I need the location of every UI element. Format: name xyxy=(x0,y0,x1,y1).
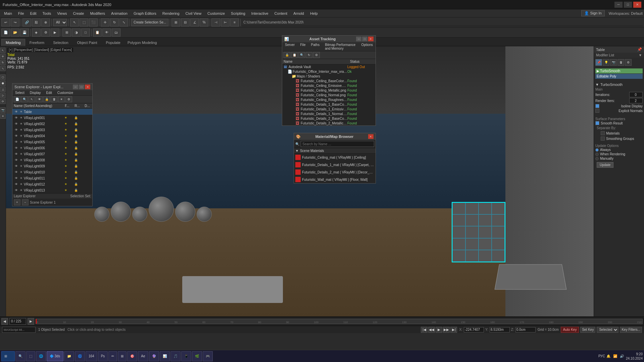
at-row-png-3[interactable]: 🖼 Futuristic_Ceiling_Metallic.png Found xyxy=(282,88,376,93)
menu-arnold[interactable]: Arnold xyxy=(291,11,307,16)
editable-poly-modifier[interactable]: Editable Poly xyxy=(595,74,643,79)
open-button[interactable]: 📂 xyxy=(11,29,19,37)
tab-freeform[interactable]: Freeform xyxy=(25,39,49,46)
se-row-vraylight009[interactable]: 👁 ☀ VRayLight009 ☀ 🔒 xyxy=(12,163,92,169)
at-row-png-6[interactable]: 🖼 Futuristic_Details_1_BaseColor.png Fou… xyxy=(282,102,376,107)
display-floater-button[interactable]: 👁 xyxy=(102,29,111,37)
tab-selection[interactable]: Selection xyxy=(49,39,72,46)
align-button[interactable]: ⊢ xyxy=(221,18,230,27)
taskbar-chrome[interactable]: 🌀 xyxy=(75,351,85,361)
scene-explorer-button[interactable]: 🗂 xyxy=(112,29,120,37)
material-editor-button[interactable]: ◈ xyxy=(32,29,41,37)
sys-notify[interactable]: 🔔 xyxy=(606,354,611,359)
rotate-button[interactable]: ↻ xyxy=(110,18,119,27)
save-button[interactable]: 💾 xyxy=(20,29,29,37)
se-vis-sun-3[interactable]: ☀ xyxy=(19,127,23,132)
taskbar-app9[interactable]: 🌿 xyxy=(192,351,202,361)
manually-radio-button[interactable] xyxy=(595,157,599,160)
wireframe-button[interactable]: □ xyxy=(81,29,90,37)
render-setup-button[interactable]: ⚙ xyxy=(41,29,50,37)
move-button[interactable]: ✛ xyxy=(101,18,109,27)
se-tb-new[interactable]: 📄 xyxy=(14,96,20,102)
se-vis-sun-1[interactable]: ☀ xyxy=(19,115,23,120)
at-row-maps-folder[interactable]: 📁 Maps / Shaders xyxy=(282,74,376,79)
autokey-button[interactable]: Auto Key xyxy=(561,327,579,333)
when-rendering-radio-button[interactable] xyxy=(595,153,599,156)
taskbar-3dsmax[interactable]: 🔷 3ds xyxy=(47,351,63,361)
se-close[interactable]: ✕ xyxy=(85,85,90,89)
sys-sound[interactable]: 🔊 xyxy=(619,354,625,359)
se-row-vraylight001[interactable]: 👁 ☀ VRayLight001 ☀ 🔒 xyxy=(12,115,92,121)
key-filters-button[interactable]: Key Filters... xyxy=(620,327,642,333)
se-tb-sun[interactable]: ☀ xyxy=(58,96,65,102)
timeline-track[interactable]: 0 10 20 30 40 50 60 70 80 90 100 110 120… xyxy=(36,319,643,324)
at-row-png-8[interactable]: 🖼 Futuristic_Details_1_Normal.png Found xyxy=(282,111,376,116)
mod-icon-light[interactable]: 💡 xyxy=(603,59,609,66)
pb-next[interactable]: ▶▶ xyxy=(443,327,450,333)
pb-prev[interactable]: ◀◀ xyxy=(428,327,435,333)
taskbar-app4[interactable]: 🎯 xyxy=(127,351,137,361)
link-button[interactable]: 🔗 xyxy=(22,18,31,27)
taskbar-app8[interactable]: 📱 xyxy=(181,351,191,361)
se-tb-settings[interactable]: ⚙ xyxy=(65,96,72,102)
x-coord[interactable]: -224.7407 xyxy=(464,327,484,332)
menu-create[interactable]: Create xyxy=(70,11,87,16)
minimize-button[interactable]: ─ xyxy=(614,2,623,8)
turbosmooth-modifier[interactable]: ▶ TurboSmooth xyxy=(595,68,643,73)
se-menu-display[interactable]: Display xyxy=(27,90,44,95)
se-row-vraylight004[interactable]: 👁 ☀ VRayLight004 ☀ 🔒 xyxy=(12,133,92,139)
se-footer-btn1[interactable]: + xyxy=(14,199,20,205)
render-button[interactable]: ▶ xyxy=(51,29,59,37)
taskbar-app7[interactable]: 🎵 xyxy=(170,351,181,361)
menu-graph-editors[interactable]: Graph Editors xyxy=(131,11,159,16)
bind-button[interactable]: ⊕ xyxy=(41,18,50,27)
taskbar-ps[interactable]: Ps xyxy=(98,351,108,361)
at-tb-btn5[interactable]: ⚙ xyxy=(313,52,320,58)
left-sub3-button[interactable]: △ xyxy=(0,87,6,92)
angle-snap-button[interactable]: ∠ xyxy=(190,18,199,27)
at-maximize[interactable]: □ xyxy=(362,37,367,41)
select-object-button[interactable]: ↖ xyxy=(70,18,79,27)
at-tb-btn3[interactable]: 🔍 xyxy=(298,52,305,58)
se-vis-eye-1[interactable]: 👁 xyxy=(14,115,18,120)
y-coord[interactable]: 8.5193m xyxy=(490,327,510,332)
at-minimize[interactable]: ─ xyxy=(356,37,361,41)
taskbar-explorer[interactable]: 📁 xyxy=(64,351,74,361)
search-taskbar-button[interactable]: 🔍 xyxy=(15,351,26,361)
percent-snap-button[interactable]: % xyxy=(200,18,208,27)
se-vis-eye-2[interactable]: 👁 xyxy=(14,121,18,126)
render-iters-input[interactable] xyxy=(629,98,643,103)
se-row-vraylight005[interactable]: 👁 ☀ VRayLight005 ☀ 🔒 xyxy=(12,139,92,145)
se-vis-sun[interactable]: ☀ xyxy=(19,109,23,114)
at-tb-btn4[interactable]: ↻ xyxy=(306,52,312,58)
menu-help[interactable]: Help xyxy=(307,11,320,16)
se-row-vraylight006[interactable]: 👁 ☀ VRayLight006 ☀ 🔒 xyxy=(12,145,92,151)
left-move-button[interactable]: ✛ xyxy=(0,54,6,59)
pb-prev-frame[interactable]: |◀ xyxy=(421,327,428,333)
menu-main[interactable]: Main xyxy=(1,11,15,16)
material-search-input[interactable] xyxy=(301,141,374,147)
se-row-table[interactable]: 👁 ☀ Table xyxy=(12,109,92,115)
at-menu-bitmap[interactable]: Bitmap Performance and Memory xyxy=(322,42,358,51)
layer-dropdown[interactable]: All xyxy=(53,19,67,26)
at-row-png-7[interactable]: 🖼 Futuristic_Details_1_Emissive.png Foun… xyxy=(282,107,376,111)
at-menu-paths[interactable]: Paths xyxy=(308,42,323,51)
taskbar-ae[interactable]: Ae xyxy=(138,351,148,361)
mb-close[interactable]: ✕ xyxy=(368,134,374,139)
left-light-button[interactable]: ☀ xyxy=(0,113,6,119)
se-tree[interactable]: 👁 ☀ Table 👁 ☀ VRayLight001 ☀ 🔒 👁 ☀ VRayL… xyxy=(12,109,92,193)
left-select-button[interactable]: ↖ xyxy=(0,48,6,53)
selected-dropdown[interactable]: Selected xyxy=(597,327,618,333)
se-menu-select[interactable]: Select xyxy=(12,90,27,95)
at-tree[interactable]: 🏛 Autodesk Vault Logged Out 📄 Futuristic… xyxy=(282,64,376,125)
tab-populate[interactable]: Populate xyxy=(101,39,125,46)
z-coord[interactable]: 0.0cm xyxy=(515,327,536,332)
at-row-png-9[interactable]: 🖼 Futuristic_Details_2_BaseColor.png Fou… xyxy=(282,116,376,121)
se-tb-select[interactable]: ↖ xyxy=(29,96,35,102)
snap-button[interactable]: ⊞ xyxy=(171,18,180,27)
se-menu-edit[interactable]: Edit xyxy=(44,90,55,95)
menu-interactive[interactable]: Interactive xyxy=(249,11,271,16)
taskbar-164[interactable]: 164 xyxy=(86,351,97,361)
se-vis-eye-3[interactable]: 👁 xyxy=(14,127,18,132)
se-vis-sun-2[interactable]: ☀ xyxy=(19,121,23,126)
